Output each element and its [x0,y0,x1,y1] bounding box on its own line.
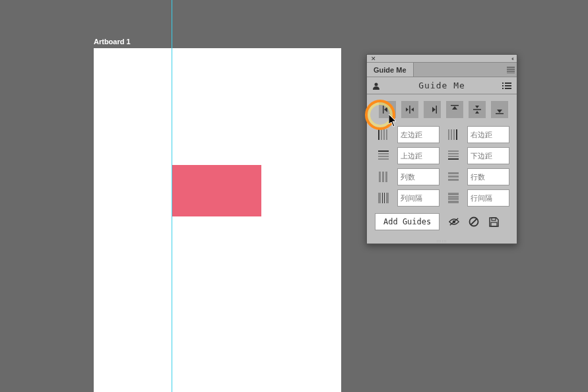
left-margin-icon [375,126,392,143]
svg-rect-46 [448,179,459,181]
svg-rect-28 [386,129,387,140]
right-margin-input[interactable] [467,126,509,143]
svg-rect-30 [451,129,452,140]
svg-rect-8 [505,85,511,86]
svg-rect-45 [448,176,459,178]
svg-rect-41 [379,172,381,182]
svg-rect-18 [451,105,459,106]
svg-rect-29 [448,129,449,140]
svg-rect-11 [383,106,384,114]
column-gap-input[interactable] [397,189,440,207]
svg-marker-14 [406,108,408,112]
svg-point-4 [375,82,378,86]
svg-rect-16 [436,106,438,114]
svg-rect-20 [473,109,481,110]
bottom-margin-icon [445,147,462,164]
svg-rect-54 [448,201,459,203]
panel-title: Guide Me [381,81,502,90]
row-gap-input[interactable] [467,189,509,207]
right-margin-icon [445,126,462,143]
svg-rect-37 [448,150,459,152]
shape-rectangle[interactable] [172,165,261,216]
svg-rect-52 [448,197,459,197]
svg-rect-33 [378,150,389,152]
svg-rect-47 [378,193,381,203]
svg-rect-53 [448,199,459,199]
svg-marker-22 [475,111,479,114]
svg-rect-6 [505,82,511,84]
rows-icon [445,168,462,185]
svg-rect-60 [491,222,497,226]
svg-rect-40 [448,158,459,160]
panel-header[interactable]: ✕ ‹‹ [367,55,517,63]
svg-rect-39 [448,156,459,157]
svg-rect-25 [378,129,379,140]
svg-rect-13 [409,106,410,114]
guide-vertical[interactable] [172,0,172,392]
svg-line-58 [471,219,477,225]
svg-marker-21 [475,106,479,108]
svg-rect-10 [505,88,511,89]
tab-guide-me[interactable]: Guide Me [367,63,414,77]
svg-marker-19 [452,106,457,110]
svg-rect-35 [378,156,389,157]
left-margin-input[interactable] [397,126,440,143]
svg-rect-48 [382,193,383,203]
svg-rect-5 [502,82,504,84]
svg-rect-7 [502,85,504,86]
columns-icon [375,168,392,185]
artboard-label: Artboard 1 [94,38,341,46]
artboard[interactable] [94,48,341,392]
rows-input[interactable] [467,168,509,185]
panel-resize-grip[interactable]: :::::: [367,238,517,244]
svg-rect-31 [453,129,455,140]
svg-rect-38 [448,153,459,154]
svg-rect-9 [502,88,504,89]
columns-input[interactable] [397,168,440,185]
svg-rect-27 [383,129,385,140]
user-icon[interactable] [372,82,381,90]
align-h-center-button[interactable] [401,101,418,118]
list-icon[interactable] [502,82,511,89]
visibility-toggle-icon[interactable] [449,216,459,227]
svg-rect-43 [385,172,387,182]
column-gap-icon [375,189,392,207]
close-icon[interactable]: ✕ [371,55,376,62]
clear-icon[interactable] [469,216,479,227]
panel-menu-icon[interactable] [505,63,517,77]
collapse-icon[interactable]: ‹‹ [511,55,513,62]
svg-rect-34 [378,153,389,154]
top-margin-icon [375,147,392,164]
svg-rect-44 [448,172,459,174]
align-right-edge-button[interactable] [424,101,441,118]
align-left-edge-button[interactable] [379,101,396,118]
svg-rect-32 [456,129,457,140]
save-icon[interactable] [488,216,499,227]
svg-rect-36 [378,158,389,160]
svg-rect-26 [381,129,382,140]
align-v-center-button[interactable] [469,101,486,118]
svg-marker-24 [497,110,502,113]
guide-me-panel: ✕ ‹‹ Guide Me Guide Me [366,54,517,244]
svg-rect-50 [386,193,389,203]
row-gap-icon [445,189,462,207]
add-guides-button[interactable]: Add Guides [375,213,440,230]
svg-rect-42 [382,172,384,182]
svg-marker-15 [411,108,414,112]
svg-marker-12 [384,107,387,112]
align-bottom-edge-button[interactable] [491,101,508,118]
bottom-margin-input[interactable] [467,147,509,164]
align-top-edge-button[interactable] [446,101,463,118]
top-margin-input[interactable] [397,147,440,164]
svg-marker-17 [432,107,436,112]
svg-rect-51 [448,193,459,195]
svg-rect-49 [384,193,385,203]
svg-rect-23 [496,114,504,115]
